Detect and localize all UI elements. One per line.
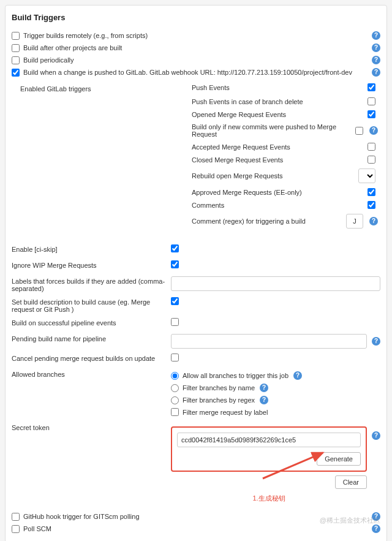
closed-mr-checkbox[interactable] (368, 156, 375, 164)
filter-label-checkbox[interactable] (171, 408, 179, 416)
filter-regex-radio[interactable] (171, 396, 179, 404)
annotation-text: 1.生成秘钥 (171, 494, 367, 503)
help-icon[interactable]: ? (372, 56, 380, 64)
comments-checkbox[interactable] (368, 201, 375, 209)
labels-input[interactable] (171, 276, 380, 291)
trigger-after-other-row: Build after other projects are built ? (12, 42, 380, 54)
filter-label-label: Filter merge request by label (183, 409, 268, 416)
trigger-periodic-checkbox[interactable] (12, 56, 20, 64)
accepted-mr-checkbox[interactable] (368, 143, 375, 151)
pending-name-label: Pending build name for pipeline (12, 334, 171, 342)
cancel-pending-checkbox[interactable] (171, 354, 179, 361)
help-icon[interactable]: ? (372, 431, 380, 440)
allowed-branches-label: Allowed branches (12, 369, 171, 378)
poll-scm-label: Poll SCM (23, 524, 368, 532)
build-desc-label: Set build description to build cause (eg… (12, 297, 171, 313)
generate-button[interactable]: Generate (317, 452, 361, 466)
help-icon[interactable]: ? (372, 68, 380, 77)
rebuild-open-select[interactable] (358, 168, 375, 183)
secret-token-input[interactable] (177, 433, 361, 447)
filter-name-label: Filter branches by name (183, 384, 255, 392)
build-only-new-label: Build only if new commits were pushed to… (192, 123, 355, 138)
approved-mr-checkbox[interactable] (368, 188, 375, 196)
help-icon[interactable]: ? (372, 44, 380, 52)
approved-mr-label: Approved Merge Requests (EE-only) (192, 189, 302, 196)
help-icon[interactable]: ? (372, 524, 380, 533)
help-icon[interactable]: ? (372, 31, 380, 40)
rebuild-open-label: Rebuild open Merge Requests (192, 172, 283, 180)
trigger-periodic-row: Build periodically ? (12, 54, 380, 66)
push-events-label: Push Events (192, 84, 230, 91)
enabled-gitlab-label: Enabled GitLab triggers (20, 83, 192, 93)
build-only-new-checkbox[interactable] (355, 127, 363, 135)
ignore-wip-label: Ignore WIP Merge Requests (12, 260, 171, 269)
ci-skip-label: Enable [ci-skip] (12, 244, 171, 253)
secret-token-label: Secret token (12, 423, 171, 431)
accepted-mr-label: Accepted Merge Request Events (192, 143, 290, 151)
help-icon[interactable]: ? (369, 126, 378, 135)
ci-skip-checkbox[interactable] (171, 244, 179, 252)
comment-regex-input[interactable] (346, 214, 363, 229)
trigger-remote-row: Trigger builds remotely (e.g., from scri… (12, 29, 380, 42)
opened-mr-label: Opened Merge Request Events (192, 111, 286, 118)
clear-button[interactable]: Clear (335, 475, 367, 489)
trigger-gitlab-label: Build when a change is pushed to GitLab.… (23, 68, 368, 76)
help-icon[interactable]: ? (260, 384, 268, 392)
closed-mr-label: Closed Merge Request Events (192, 156, 283, 164)
trigger-after-other-checkbox[interactable] (12, 44, 20, 52)
github-hook-label: GitHub hook trigger for GITScm polling (23, 512, 368, 520)
success-pipeline-checkbox[interactable] (171, 318, 179, 326)
trigger-gitlab-checkbox[interactable] (12, 69, 20, 77)
allow-all-radio[interactable] (171, 372, 179, 380)
help-icon[interactable]: ? (372, 512, 380, 521)
build-triggers-section: Build Triggers Trigger builds remotely (… (5, 5, 387, 541)
github-hook-checkbox[interactable] (12, 513, 20, 521)
cancel-pending-label: Cancel pending merge request builds on u… (12, 354, 171, 362)
push-delete-checkbox[interactable] (368, 97, 375, 105)
build-desc-checkbox[interactable] (171, 297, 179, 305)
github-hook-row: GitHub hook trigger for GITScm polling ? (12, 510, 380, 523)
section-title: Build Triggers (12, 13, 380, 22)
pending-name-input[interactable] (171, 334, 367, 349)
push-events-checkbox[interactable] (368, 83, 375, 91)
secret-token-highlight: Generate (171, 426, 367, 472)
poll-scm-checkbox[interactable] (12, 525, 20, 533)
help-icon[interactable]: ? (293, 371, 302, 380)
gitlab-triggers-group: Enabled GitLab triggers Push Events Push… (12, 81, 380, 231)
push-delete-label: Push Events in case of branch delete (192, 98, 303, 105)
ignore-wip-checkbox[interactable] (171, 260, 179, 268)
trigger-remote-label: Trigger builds remotely (e.g., from scri… (23, 31, 368, 39)
help-icon[interactable]: ? (369, 217, 378, 225)
trigger-periodic-label: Build periodically (23, 56, 368, 64)
trigger-after-other-label: Build after other projects are built (23, 44, 368, 51)
allow-all-label: Allow all branches to trigger this job (183, 372, 288, 379)
labels-label: Labels that forces builds if they are ad… (12, 276, 171, 292)
trigger-remote-checkbox[interactable] (12, 32, 20, 40)
success-pipeline-label: Build on successful pipeline events (12, 318, 171, 327)
opened-mr-checkbox[interactable] (368, 110, 375, 118)
comments-label: Comments (192, 202, 224, 209)
help-icon[interactable]: ? (372, 337, 380, 346)
help-icon[interactable]: ? (260, 396, 268, 404)
comment-regex-label: Comment (regex) for triggering a build (192, 218, 306, 225)
trigger-gitlab-row: Build when a change is pushed to GitLab.… (12, 66, 380, 78)
filter-name-radio[interactable] (171, 384, 179, 392)
filter-regex-label: Filter branches by regex (183, 396, 255, 404)
poll-scm-row: Poll SCM ? (12, 523, 380, 535)
